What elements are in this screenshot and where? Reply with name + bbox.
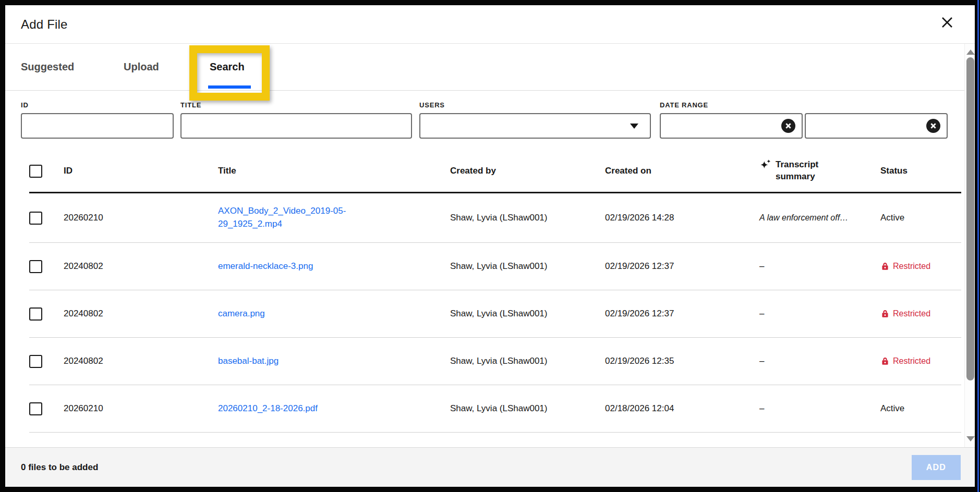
tab-search[interactable]: Search [210,44,245,90]
row-checkbox[interactable] [29,355,42,368]
search-filters: ID TITLE USERS DATE RANGE [5,91,975,150]
tab-search-label: Search [210,61,245,73]
created-on-cell: 02/19/2026 12:37 [605,309,759,319]
status-cell: Restricted [880,356,952,366]
title-link[interactable]: basebal-bat.jpg [218,356,279,366]
date-range-end-wrap [805,113,948,139]
arrow-up-icon [966,50,975,55]
column-header-title: Title [218,166,450,176]
date-range-start-clear-button[interactable] [781,119,795,133]
add-button[interactable]: ADD [912,455,961,480]
clear-x-icon [930,122,937,129]
active-tab-indicator [208,85,251,89]
table-row: 20240802 emerald-necklace-3.png Shaw, Ly… [29,243,961,290]
column-header-created-on: Created on [605,166,759,176]
title-filter-label: TITLE [180,101,201,109]
users-filter-label: USERS [419,101,445,109]
tab-upload[interactable]: Upload [124,44,159,90]
dialog-header: Add File [5,5,975,44]
date-range-start-wrap [660,113,803,139]
scrollbar-thumb[interactable] [966,57,974,380]
status-cell: Active [880,403,961,414]
transcript-summary-cell: – [759,309,880,319]
files-table: ID Title Created by Created on Transcrip… [29,150,961,433]
created-by-cell: Shaw, Lyvia (LShaw001) [450,261,605,272]
column-header-created-by: Created by [450,166,605,176]
users-filter-dropdown[interactable] [419,113,651,139]
id-filter-label: ID [21,101,29,109]
status-cell: Restricted [880,262,952,271]
date-range-end-clear-button[interactable] [926,119,940,133]
column-header-id: ID [64,166,218,176]
dialog-title: Add File [21,17,68,32]
table-header-row: ID Title Created by Created on Transcrip… [29,150,961,193]
files-selected-summary: 0 files to be added [21,462,98,473]
transcript-summary-cell: A law enforcement off… [759,213,880,223]
ai-sparkle-icon [759,159,771,171]
table-row: 20240802 basebal-bat.jpg Shaw, Lyvia (LS… [29,338,961,385]
created-by-cell: Shaw, Lyvia (LShaw001) [450,213,605,223]
select-all-checkbox[interactable] [29,165,42,178]
scrollbar-up-button[interactable] [965,47,975,57]
status-label: Restricted [893,262,930,271]
clear-x-icon [785,122,792,129]
id-filter-input[interactable] [21,113,174,139]
id-cell: 20260210 [64,403,218,414]
title-link[interactable]: 20260210_2-18-2026.pdf [218,403,318,413]
lock-icon [880,262,890,271]
created-on-cell: 02/19/2026 12:35 [605,356,759,366]
arrow-down-icon [966,436,975,441]
transcript-summary-cell: – [759,261,880,272]
created-on-cell: 02/18/2026 12:04 [605,403,759,414]
row-checkbox[interactable] [29,260,42,273]
row-checkbox[interactable] [29,402,42,415]
tab-bar: Suggested Upload Search [5,44,975,91]
title-filter-input[interactable] [180,113,412,139]
created-on-cell: 02/19/2026 12:37 [605,261,759,272]
row-checkbox[interactable] [29,308,42,321]
status-cell: Active [880,213,961,223]
table-row: 20260210 20260210_2-18-2026.pdf Shaw, Ly… [29,385,961,433]
created-by-cell: Shaw, Lyvia (LShaw001) [450,309,605,319]
status-cell: Restricted [880,309,952,318]
vertical-scrollbar [964,44,975,447]
created-on-cell: 02/19/2026 14:28 [605,213,759,223]
table-row: 20260210 AXON_Body_2_Video_2019-05-29_19… [29,193,961,243]
row-checkbox[interactable] [29,212,42,225]
date-range-filter-label: DATE RANGE [660,101,708,109]
close-button[interactable] [938,14,956,31]
column-header-status: Status [880,166,961,176]
transcript-summary-header-label: Transcript summary [776,159,833,183]
scrollbar-down-button[interactable] [965,434,975,444]
id-cell: 20240802 [64,309,218,319]
id-cell: 20240802 [64,356,218,366]
window-edge-line [977,0,979,492]
transcript-summary-cell: – [759,356,880,366]
status-label: Restricted [893,309,930,318]
transcript-summary-cell: – [759,403,880,414]
close-icon [939,15,955,30]
add-file-dialog: Add File Suggested Upload Search ID TITL… [5,5,975,487]
dialog-footer: 0 files to be added ADD [5,447,975,487]
table-row: 20240802 camera.png Shaw, Lyvia (LShaw00… [29,290,961,338]
lock-icon [880,309,890,318]
status-label: Restricted [893,356,930,366]
title-link[interactable]: AXON_Body_2_Video_2019-05-29_1925_2.mp4 [218,205,382,230]
id-cell: 20260210 [64,213,218,223]
title-link[interactable]: emerald-necklace-3.png [218,261,313,271]
lock-icon [880,356,890,366]
tab-suggested[interactable]: Suggested [21,44,74,90]
created-by-cell: Shaw, Lyvia (LShaw001) [450,356,605,366]
created-by-cell: Shaw, Lyvia (LShaw001) [450,403,605,414]
column-header-transcript-summary: Transcript summary [759,159,880,183]
id-cell: 20240802 [64,261,218,272]
title-link[interactable]: camera.png [218,309,265,318]
chevron-down-icon [630,124,638,129]
